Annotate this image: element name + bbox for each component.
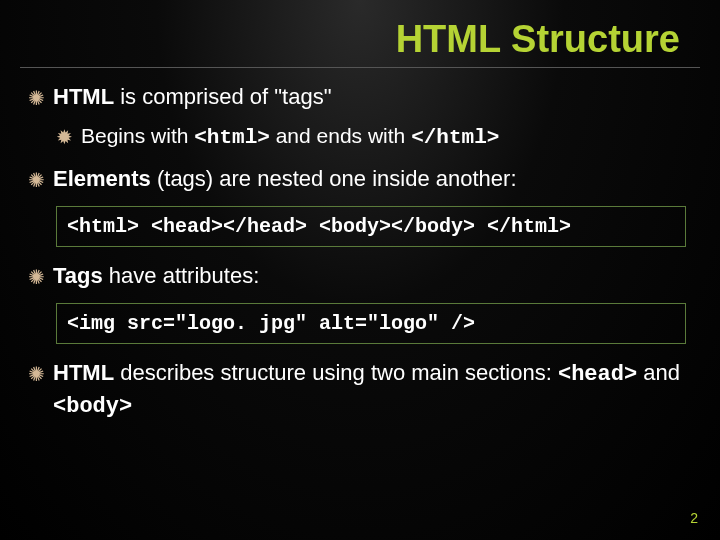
sunburst-icon: ✺ <box>28 361 45 388</box>
bullet-2: ✺ Elements (tags) are nested one inside … <box>28 164 692 194</box>
text-span: (tags) are nested one inside another: <box>151 166 517 191</box>
text-span: is comprised of "tags" <box>114 84 331 109</box>
bullet-1a: ✹ Begins with <html> and ends with </htm… <box>56 122 692 152</box>
bold-word: HTML <box>53 84 114 109</box>
text-span: and <box>637 360 680 385</box>
bullet-3: ✺ Tags have attributes: <box>28 261 692 291</box>
bold-word: Elements <box>53 166 151 191</box>
text-span: have attributes: <box>103 263 260 288</box>
slide-content: ✺ HTML is comprised of "tags" ✹ Begins w… <box>0 82 720 422</box>
bullet-text: HTML describes structure using two main … <box>53 358 692 421</box>
code-span: <head> <box>558 362 637 387</box>
code-span: <body> <box>53 394 132 419</box>
page-number: 2 <box>690 510 698 526</box>
text-span: describes structure using two main secti… <box>114 360 558 385</box>
code-span: </html> <box>411 126 499 149</box>
sunburst-icon: ✹ <box>56 124 73 151</box>
text-span: and ends with <box>270 124 411 147</box>
code-span: <html> <box>194 126 270 149</box>
slide-title: HTML Structure <box>0 0 720 67</box>
text-span: Begins with <box>81 124 194 147</box>
code-box-1: <html> <head></head> <body></body> </htm… <box>56 206 686 247</box>
sunburst-icon: ✺ <box>28 85 45 112</box>
sunburst-icon: ✺ <box>28 167 45 194</box>
code-box-2: <img src="logo. jpg" alt="logo" /> <box>56 303 686 344</box>
bullet-text: Begins with <html> and ends with </html> <box>81 122 499 152</box>
bullet-text: HTML is comprised of "tags" <box>53 82 331 112</box>
bullet-1: ✺ HTML is comprised of "tags" <box>28 82 692 112</box>
bold-word: Tags <box>53 263 103 288</box>
bold-word: HTML <box>53 360 114 385</box>
title-underline <box>20 67 700 68</box>
bullet-text: Tags have attributes: <box>53 261 259 291</box>
sunburst-icon: ✺ <box>28 264 45 291</box>
bullet-4: ✺ HTML describes structure using two mai… <box>28 358 692 421</box>
bullet-text: Elements (tags) are nested one inside an… <box>53 164 517 194</box>
